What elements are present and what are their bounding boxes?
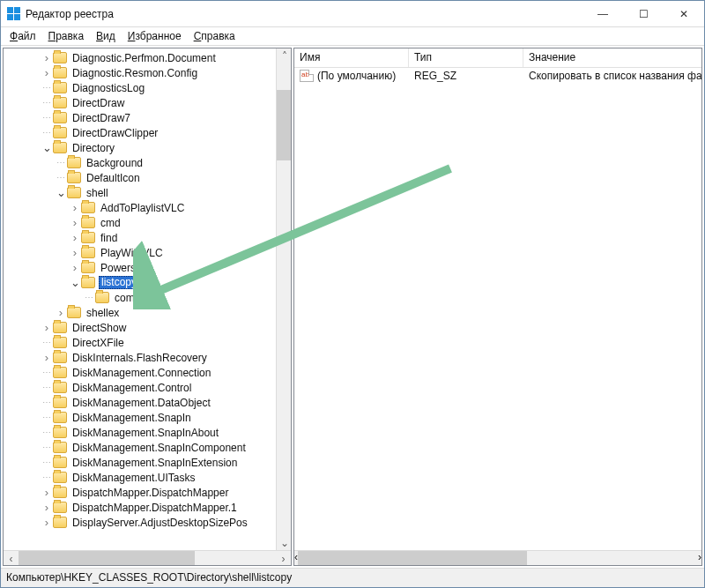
tree-item[interactable]: ›DiskInternals.FlashRecovery — [4, 350, 276, 365]
expand-arrow-icon[interactable]: › — [69, 217, 81, 229]
folder-icon — [53, 487, 67, 498]
string-value-icon — [300, 70, 314, 82]
tree-scrollbar-vertical[interactable]: ˄ ⌄ — [276, 48, 291, 550]
tree-item[interactable]: ⋯DirectDraw — [4, 95, 276, 110]
tree-item-label: DefaultIcon — [85, 172, 142, 184]
tree-item[interactable]: ›Diagnostic.Perfmon.Document — [4, 50, 276, 65]
tree-item[interactable]: ⋯DiskManagement.SnapInComponent — [4, 440, 276, 455]
scroll-up-button[interactable]: ˄ — [277, 48, 292, 63]
menu-bar: Файл Правка Вид Избранное Справка — [1, 27, 704, 45]
tree-item[interactable]: ›PlayWithVLC — [4, 245, 276, 260]
expand-arrow-icon[interactable]: › — [55, 307, 67, 319]
tree-item[interactable]: ›DispatchMapper.DispatchMapper.1 — [4, 500, 276, 515]
maximize-button[interactable]: ☐ — [623, 1, 664, 26]
collapse-arrow-icon[interactable]: ⌄ — [69, 277, 81, 289]
menu-edit[interactable]: Правка — [43, 29, 90, 43]
tree-item-label: DispatchMapper.DispatchMapper — [70, 487, 230, 499]
tree-connector: ⋯ — [41, 83, 53, 93]
expand-arrow-icon[interactable]: › — [41, 52, 53, 64]
scroll-right-button[interactable]: › — [698, 551, 701, 565]
expand-arrow-icon[interactable]: › — [41, 502, 53, 514]
tree-item[interactable]: ›AddToPlaylistVLC — [4, 200, 276, 215]
tree-item[interactable]: ⋯DiskManagement.SnapInExtension — [4, 455, 276, 470]
tree-connector: ⋯ — [41, 413, 53, 422]
tree-item[interactable]: ›find — [4, 230, 276, 245]
window-controls: — ☐ ✕ — [583, 1, 704, 26]
tree-item-label: Diagnostic.Resmon.Config — [70, 67, 199, 79]
menu-help[interactable]: Справка — [189, 29, 241, 43]
tree-item[interactable]: ⋯DiskManagement.SnapIn — [4, 410, 276, 425]
collapse-arrow-icon[interactable]: ⌄ — [55, 187, 67, 199]
tree-item[interactable]: ⋯DiskManagement.SnapInAbout — [4, 425, 276, 440]
menu-file[interactable]: Файл — [4, 29, 41, 43]
scroll-thumb-horizontal[interactable] — [298, 551, 527, 566]
tree-connector: ⋯ — [41, 368, 53, 377]
tree-item[interactable]: ⋯DiskManagement.Control — [4, 380, 276, 395]
tree-item[interactable]: ›DispatchMapper.DispatchMapper — [4, 485, 276, 500]
tree-connector: ⋯ — [41, 98, 53, 108]
expand-arrow-icon[interactable]: › — [41, 352, 53, 364]
list-row[interactable]: (По умолчанию) REG_SZ Скопировать в спис… — [294, 68, 701, 84]
expand-arrow-icon[interactable]: › — [41, 67, 53, 79]
tree-item-label: DisplayServer.AdjustDesktopSizePos — [70, 517, 249, 529]
expand-arrow-icon[interactable]: › — [69, 262, 81, 274]
folder-icon — [53, 442, 67, 453]
folder-icon — [53, 142, 67, 153]
tree-item[interactable]: ›shellex — [4, 305, 276, 320]
tree-item[interactable]: ⋯DefaultIcon — [4, 170, 276, 185]
list-body[interactable]: (По умолчанию) REG_SZ Скопировать в спис… — [294, 68, 701, 550]
tree-item[interactable]: ⌄shell — [4, 185, 276, 200]
expand-arrow-icon[interactable]: › — [41, 487, 53, 499]
tree-item[interactable]: ⋯DiskManagement.UITasks — [4, 470, 276, 485]
expand-arrow-icon[interactable]: › — [69, 247, 81, 259]
tree-item-label: listcopy — [99, 276, 139, 289]
tree-item-label: Background — [85, 157, 145, 169]
tree-item[interactable]: ›DirectShow — [4, 320, 276, 335]
expand-arrow-icon[interactable]: › — [69, 232, 81, 244]
tree-item[interactable]: ⋯DiskManagement.DataObject — [4, 395, 276, 410]
tree-scrollbar-horizontal[interactable]: ‹ › — [4, 550, 291, 565]
scroll-thumb-vertical[interactable] — [277, 90, 292, 160]
column-header-value[interactable]: Значение — [523, 48, 701, 67]
folder-icon — [67, 187, 81, 198]
close-button[interactable]: ✕ — [664, 1, 704, 26]
tree-item-label: DiskManagement.SnapInExtension — [70, 457, 239, 469]
expand-arrow-icon[interactable]: › — [69, 202, 81, 214]
tree-item[interactable]: ⋯DirectDrawClipper — [4, 125, 276, 140]
scroll-thumb-horizontal[interactable] — [19, 551, 195, 566]
collapse-arrow-icon[interactable]: ⌄ — [41, 142, 53, 154]
tree-item-label: DirectDraw7 — [70, 112, 132, 124]
tree-item-label: DispatchMapper.DispatchMapper.1 — [70, 502, 239, 514]
column-header-name[interactable]: Имя — [294, 48, 409, 67]
tree-item[interactable]: ⋯command — [4, 290, 276, 305]
tree-connector: ⋯ — [41, 458, 53, 467]
expand-arrow-icon[interactable]: › — [41, 517, 53, 529]
tree-item-label: Powershell — [99, 262, 154, 274]
tree-item[interactable]: ⌄Directory — [4, 140, 276, 155]
tree-item[interactable]: ⋯DiagnosticsLog — [4, 80, 276, 95]
scroll-down-button[interactable]: ⌄ — [277, 535, 292, 550]
tree-item[interactable]: ›cmd — [4, 215, 276, 230]
folder-icon — [81, 247, 95, 258]
minimize-button[interactable]: — — [583, 1, 623, 26]
tree-view[interactable]: ›Diagnostic.Perfmon.Document›Diagnostic.… — [4, 48, 276, 550]
list-scrollbar-horizontal[interactable]: ‹ › — [294, 550, 701, 565]
scroll-right-button[interactable]: › — [276, 551, 291, 566]
tree-item[interactable]: ›Diagnostic.Resmon.Config — [4, 65, 276, 80]
tree-item[interactable]: ⋯DirectDraw7 — [4, 110, 276, 125]
tree-connector: ⋯ — [41, 443, 53, 452]
scroll-left-button[interactable]: ‹ — [4, 551, 19, 566]
column-header-type[interactable]: Тип — [409, 48, 523, 67]
tree-item-label: command — [113, 292, 163, 304]
menu-favorites[interactable]: Избранное — [122, 29, 187, 43]
tree-item[interactable]: ⋯DiskManagement.Connection — [4, 365, 276, 380]
expand-arrow-icon[interactable]: › — [41, 322, 53, 334]
list-header: Имя Тип Значение — [294, 48, 701, 68]
tree-item[interactable]: ›Powershell — [4, 260, 276, 275]
tree-item[interactable]: ⋯DirectXFile — [4, 335, 276, 350]
tree-item[interactable]: ⋯Background — [4, 155, 276, 170]
tree-item[interactable]: ⌄listcopy — [4, 275, 276, 290]
folder-icon — [53, 517, 67, 528]
tree-item[interactable]: ›DisplayServer.AdjustDesktopSizePos — [4, 515, 276, 530]
menu-view[interactable]: Вид — [91, 29, 121, 43]
